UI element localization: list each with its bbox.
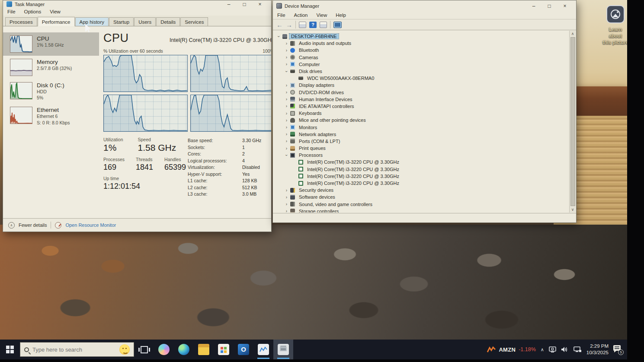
expander-icon[interactable]: ›	[284, 132, 289, 137]
tree-item-security-devices[interactable]: › Security devices	[273, 187, 576, 194]
tree-item-ide[interactable]: › IDE ATA/ATAPI controllers	[273, 103, 576, 110]
taskbar-app-store[interactable]	[214, 340, 234, 359]
tab-app-history[interactable]: App history	[75, 17, 109, 26]
show-window-icon[interactable]	[320, 22, 327, 28]
menu-help[interactable]: Help	[336, 13, 346, 18]
menu-view[interactable]: View	[50, 9, 61, 14]
tree-item-hid[interactable]: › Human Interface Devices	[273, 96, 576, 103]
tab-services[interactable]: Services	[180, 17, 208, 26]
task-manager-titlebar[interactable]: Task Manager – □ ×	[3, 0, 271, 8]
search-input[interactable]	[32, 346, 116, 353]
expander-icon[interactable]: ›	[284, 41, 289, 46]
tree-item-monitors[interactable]: › Monitors	[273, 124, 576, 130]
stock-widget[interactable]: AMZN -1.18%	[487, 346, 535, 353]
tree-item-computer[interactable]: › Computer	[273, 61, 576, 68]
tree-item-network-adapters[interactable]: › Network adapters	[273, 131, 576, 138]
expander-icon[interactable]: ›	[284, 104, 289, 108]
taskbar-search[interactable]	[20, 342, 134, 357]
tree-item-cpu-core[interactable]: Intel(R) Core(TM) i3-3220 CPU @ 3.30GHz	[273, 166, 576, 173]
scan-hardware-icon[interactable]	[333, 22, 342, 28]
tree-item-storage-controllers[interactable]: › Storage controllers	[273, 208, 576, 213]
expander-icon[interactable]: ›	[284, 209, 289, 213]
expander-icon[interactable]: ›	[284, 202, 289, 206]
sidebar-item-ethernet[interactable]: Ethernet Ethernet 6 S: 0 R: 8.0 Kbps	[3, 104, 99, 128]
menu-file[interactable]: File	[277, 13, 285, 18]
expander-icon[interactable]: ›	[284, 111, 289, 116]
weather-sun-icon[interactable]	[119, 344, 130, 355]
tree-item-display-adapters[interactable]: › Display adapters	[273, 82, 576, 89]
taskbar-app-device-manager[interactable]	[273, 340, 293, 359]
tree-item-audio[interactable]: › Audio inputs and outputs	[273, 40, 576, 47]
tree-item-software-devices[interactable]: › Software devices	[273, 194, 576, 200]
taskbar-app-edge[interactable]	[174, 340, 194, 359]
tree-item-cpu-core[interactable]: Intel(R) Core(TM) i3-3220 CPU @ 3.30GHz	[273, 180, 576, 187]
scroll-down-icon[interactable]: ∨	[571, 206, 574, 213]
tab-users[interactable]: Users	[134, 17, 156, 26]
expander-icon[interactable]: ›	[284, 146, 289, 151]
expander-icon[interactable]: ›	[284, 188, 289, 193]
expander-icon[interactable]: ›	[284, 152, 289, 158]
tree-item-keyboards[interactable]: › Keyboards	[273, 110, 576, 117]
meet-now-icon[interactable]	[549, 346, 556, 353]
expander-icon[interactable]: ›	[284, 48, 289, 53]
taskbar-clock[interactable]: 2:29 PM 10/3/2025	[586, 343, 609, 356]
sidebar-item-disk[interactable]: Disk 0 (C:) HDD 5%	[3, 79, 99, 104]
tree-item-cpu-core[interactable]: Intel(R) Core(TM) i3-3220 CPU @ 3.30GHz	[273, 159, 576, 165]
sidebar-item-memory[interactable]: Memory 2.5/7.8 GB (32%)	[3, 56, 99, 79]
expander-icon[interactable]: ›	[284, 195, 289, 200]
expander-icon[interactable]: ›	[276, 34, 281, 39]
tab-details[interactable]: Details	[156, 17, 180, 26]
expander-icon[interactable]: ›	[284, 55, 289, 60]
expander-icon[interactable]: ›	[284, 125, 289, 130]
expander-icon[interactable]: ›	[284, 90, 289, 95]
menu-file[interactable]: File	[7, 9, 16, 14]
expander-icon[interactable]: ›	[284, 69, 289, 74]
sidebar-item-cpu[interactable]: CPU 1% 1.58 GHz	[3, 32, 99, 56]
scroll-up-icon[interactable]: ∧	[571, 31, 574, 37]
scrollbar-thumb[interactable]	[570, 37, 575, 206]
start-button[interactable]	[0, 340, 20, 359]
expander-icon[interactable]: ›	[284, 83, 289, 88]
tree-item-print-queues[interactable]: › Print queues	[273, 145, 576, 152]
minimize-button[interactable]: –	[526, 3, 541, 9]
picture-icon[interactable]	[606, 5, 625, 23]
close-button[interactable]: ×	[557, 3, 573, 9]
taskbar-app-file-explorer[interactable]	[194, 340, 214, 359]
maximize-button[interactable]: □	[541, 3, 557, 9]
fewer-details-button[interactable]: Fewer details	[19, 222, 47, 228]
network-icon[interactable]	[574, 346, 582, 353]
tab-processes[interactable]: Processes	[5, 17, 37, 26]
expander-icon[interactable]: ›	[284, 97, 289, 102]
tree-item-cpu-core[interactable]: Intel(R) Core(TM) i3-3220 CPU @ 3.30GHz	[273, 173, 576, 180]
notification-center-button[interactable]: 5	[613, 345, 623, 354]
close-button[interactable]: ×	[252, 1, 268, 7]
forward-icon[interactable]: →	[286, 22, 292, 28]
taskbar-app-task-manager[interactable]	[253, 340, 273, 359]
tree-item-sound-controllers[interactable]: › Sound, video and game controllers	[273, 201, 576, 208]
expander-icon[interactable]: ›	[284, 139, 289, 143]
open-resource-monitor-link[interactable]: Open Resource Monitor	[65, 222, 116, 228]
expander-icon[interactable]: ›	[284, 118, 289, 123]
tree-item-wdc-disk[interactable]: WDC WD5000AAKX-08ERMA0	[273, 75, 576, 82]
help-icon[interactable]: ?	[309, 22, 317, 28]
maximize-button[interactable]: □	[237, 1, 252, 7]
tree-scrollbar[interactable]: ∧ ∨	[569, 31, 576, 213]
menu-view[interactable]: View	[317, 13, 327, 18]
tab-startup[interactable]: Startup	[109, 17, 134, 26]
minimize-button[interactable]: –	[221, 1, 237, 7]
tree-item-cameras[interactable]: › Cameras	[273, 54, 576, 61]
tab-performance[interactable]: Performance	[38, 17, 75, 26]
tree-item-disk-drives[interactable]: › Disk drives	[273, 68, 576, 75]
volume-icon[interactable]	[561, 346, 569, 353]
tree-item-bluetooth[interactable]: › Bluetooth	[273, 47, 576, 54]
task-view-button[interactable]	[134, 340, 154, 359]
taskbar-app-copilot[interactable]	[154, 340, 174, 359]
device-manager-titlebar[interactable]: Device Manager – □ ×	[273, 0, 576, 11]
tree-item-processors[interactable]: › Processors	[273, 152, 576, 159]
menu-options[interactable]: Options	[24, 9, 42, 14]
tray-overflow-chevron-icon[interactable]: ∧	[541, 347, 544, 352]
tree-item-mice[interactable]: › Mice and other pointing devices	[273, 117, 576, 124]
tree-item-computer-root[interactable]: › DESKTOP-F6BR4NE	[273, 33, 576, 40]
back-icon[interactable]: ←	[276, 22, 283, 28]
tree-item-ports[interactable]: › Ports (COM & LPT)	[273, 138, 576, 145]
